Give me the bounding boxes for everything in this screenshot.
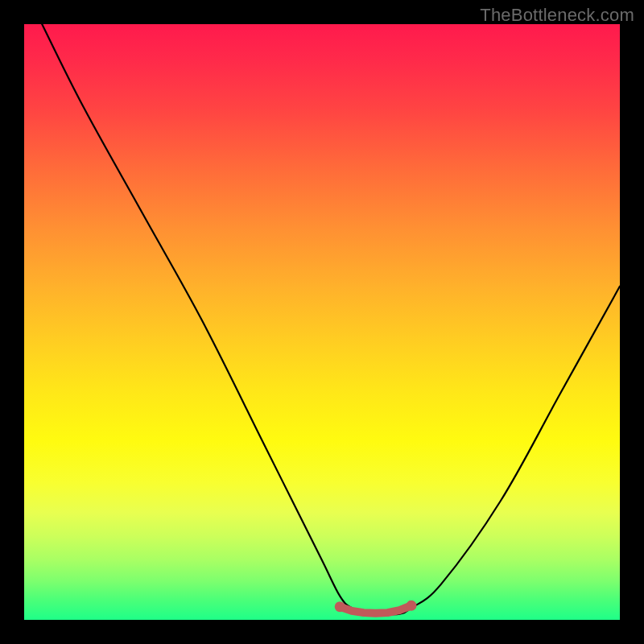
flat-region-start-dot: [335, 601, 345, 612]
flat-region-line: [340, 605, 411, 613]
chart-svg: [24, 24, 620, 620]
bottleneck-flat-region: [335, 601, 417, 613]
flat-region-end-dot: [407, 601, 417, 611]
plot-area: [24, 24, 620, 620]
bottleneck-curve: [42, 24, 620, 614]
watermark-label: TheBottleneck.com: [480, 5, 634, 26]
chart-frame: TheBottleneck.com: [0, 0, 644, 644]
